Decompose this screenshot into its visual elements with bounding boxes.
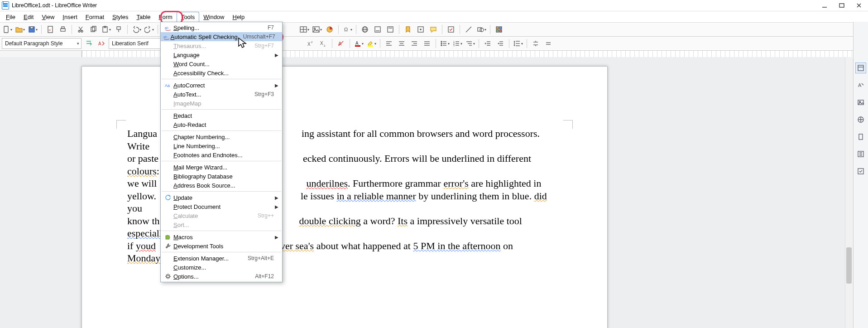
line-spacing-button[interactable] (513, 38, 523, 49)
new-doc-button[interactable] (2, 24, 13, 35)
close-button[interactable] (854, 1, 863, 10)
track-changes-button[interactable] (446, 24, 456, 35)
update-style-button[interactable] (83, 38, 94, 49)
menu-item-spelling[interactable]: abSpelling...F7 (161, 23, 282, 32)
vertical-scrollbar[interactable] (845, 57, 853, 328)
insert-line-button[interactable] (463, 24, 474, 35)
insert-comment-button[interactable] (428, 24, 439, 35)
copy-button[interactable] (88, 24, 99, 35)
menu-item-macros[interactable]: Macros▶ (161, 232, 282, 241)
text-fragment: on (501, 240, 513, 251)
show-draw-button[interactable] (494, 24, 504, 35)
save-button[interactable] (27, 24, 38, 35)
undo-button[interactable] (131, 24, 142, 35)
menu-item-address-book-source[interactable]: Address Book Source... (161, 181, 282, 190)
menu-item-automatic-spell-checking[interactable]: abAutomatic Spell CheckingUmschalt+F7 (161, 32, 282, 41)
number-list-button[interactable]: 123 (452, 38, 463, 49)
menu-table[interactable]: Table (132, 12, 154, 22)
sidebar-gallery-button[interactable] (855, 97, 866, 108)
sidebar-navigator-button[interactable] (855, 114, 866, 125)
menu-edit[interactable]: Edit (19, 12, 38, 22)
menu-insert[interactable]: Insert (58, 12, 82, 22)
menu-item-redact[interactable]: Redact (161, 111, 282, 120)
menu-item-shortcut: Strg++ (258, 212, 274, 219)
menu-item-accessibility-check[interactable]: Accessibility Check... (161, 68, 282, 77)
subscript-button[interactable]: X2 (318, 38, 329, 49)
sidebar-manage-changes-button[interactable] (855, 166, 866, 177)
menu-help[interactable]: Help (228, 12, 249, 22)
menu-item-update[interactable]: Update▶ (161, 193, 282, 202)
insert-endnote-button[interactable] (385, 24, 396, 35)
text-fragment: a impressively versatile tool (408, 215, 522, 227)
decrease-indent-button[interactable] (495, 38, 506, 49)
paragraph-style-select[interactable]: Default Paragraph Style (2, 38, 82, 49)
insert-special-char-button[interactable]: Ω (342, 24, 353, 35)
insert-hyperlink-button[interactable] (360, 24, 370, 35)
align-right-button[interactable] (409, 38, 420, 49)
print-button[interactable] (58, 24, 68, 35)
cut-button[interactable] (75, 24, 86, 35)
menu-item-label: Sort... (173, 222, 274, 228)
align-left-button[interactable] (384, 38, 394, 49)
menu-item-options[interactable]: Options...Alt+F12 (161, 272, 282, 281)
highlight-color-button[interactable] (366, 38, 377, 49)
redo-button[interactable] (144, 24, 154, 35)
text-fragment: know th (127, 215, 160, 227)
sidebar-properties-button[interactable] (855, 63, 866, 73)
menu-item-chapter-numbering[interactable]: Chapter Numbering... (161, 132, 282, 141)
menu-form[interactable]: Form (155, 12, 177, 22)
maximize-button[interactable] (837, 1, 846, 10)
menu-item-autocorrect[interactable]: AaAutoCorrect▶ (161, 81, 282, 90)
insert-image-button[interactable] (312, 24, 322, 35)
new-style-button[interactable]: A (96, 38, 107, 49)
insert-table-button[interactable] (299, 24, 310, 35)
increase-para-spacing-button[interactable] (530, 38, 541, 49)
menu-item-protect-document[interactable]: Protect Document▶ (161, 202, 282, 211)
insert-cross-ref-button[interactable] (415, 24, 426, 35)
menu-item-development-tools[interactable]: Development Tools (161, 241, 282, 251)
menu-view[interactable]: View (38, 12, 58, 22)
align-justify-button[interactable] (422, 38, 432, 49)
basic-shapes-button[interactable] (476, 24, 487, 35)
sidebar-style-inspector-button[interactable] (855, 149, 866, 159)
menu-item-label: Language (173, 52, 274, 58)
open-button[interactable] (14, 24, 25, 35)
insert-chart-button[interactable] (324, 24, 335, 35)
superscript-button[interactable]: X2 (305, 38, 316, 49)
decrease-para-spacing-button[interactable] (543, 38, 554, 49)
menu-item-autotext[interactable]: AutoText...Strg+F3 (161, 90, 282, 99)
svg-text:X: X (307, 42, 311, 47)
clone-format-button[interactable] (113, 24, 124, 35)
menu-item-sort: Sort... (161, 220, 282, 229)
increase-indent-button[interactable] (482, 38, 493, 49)
font-color-button[interactable]: A (353, 38, 364, 49)
scrollbar-thumb[interactable] (846, 247, 852, 284)
menu-item-extension-manager[interactable]: Extension Manager...Strg+Alt+E (161, 254, 282, 263)
menu-item-footnotes-and-endnotes[interactable]: Footnotes and Endnotes... (161, 150, 282, 159)
svg-rect-33 (448, 27, 454, 32)
menu-item-auto-redact[interactable]: Auto-Redact (161, 120, 282, 129)
sidebar-styles-button[interactable]: A (855, 80, 866, 91)
menu-item-bibliography-database[interactable]: Bibliography Database (161, 172, 282, 181)
insert-bookmark-button[interactable] (403, 24, 413, 35)
outline-list-button[interactable] (465, 38, 475, 49)
insert-footnote-button[interactable] (372, 24, 383, 35)
clear-formatting-button[interactable]: A (336, 38, 346, 49)
menu-tools[interactable]: Tools (177, 12, 199, 22)
sidebar-page-button[interactable] (855, 131, 866, 142)
svg-rect-49 (355, 45, 360, 47)
menu-item-line-numbering[interactable]: Line Numbering... (161, 141, 282, 150)
menu-item-word-count[interactable]: Word Count... (161, 59, 282, 68)
align-center-button[interactable] (396, 38, 407, 49)
menu-item-mail-merge-wizard[interactable]: Mail Merge Wizard... (161, 163, 282, 172)
menu-format[interactable]: Format (82, 12, 108, 22)
paste-button[interactable] (101, 24, 111, 35)
menu-item-customize[interactable]: Customize... (161, 263, 282, 272)
menu-window[interactable]: Window (199, 12, 228, 22)
menu-item-language[interactable]: Language▶ (161, 50, 282, 59)
menu-file[interactable]: File (2, 12, 19, 22)
bullet-list-button[interactable] (439, 38, 450, 49)
minimize-button[interactable] (820, 1, 829, 10)
menu-styles[interactable]: Styles (108, 12, 132, 22)
export-pdf-button[interactable]: P (45, 24, 56, 35)
